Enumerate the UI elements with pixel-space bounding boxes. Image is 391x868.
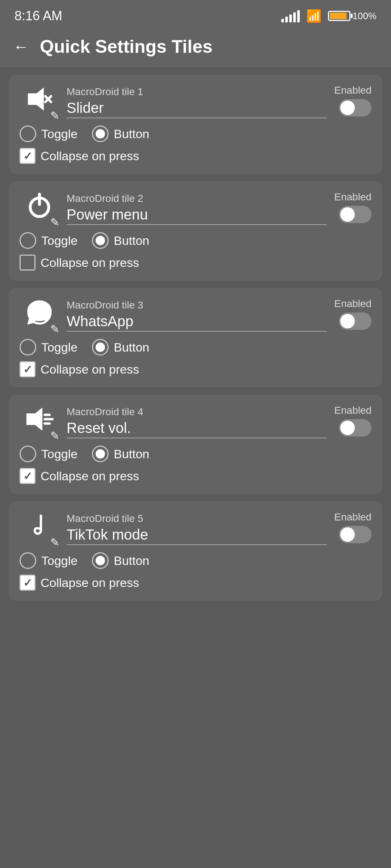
tile-enabled-4: Enabled	[334, 405, 371, 437]
edit-icon-3[interactable]: ✎	[50, 323, 59, 335]
button-radio-outer-4	[92, 446, 109, 462]
button-radio-inner-5	[96, 556, 105, 565]
tile-top-2: ✎ MacroDroid tile 2 Enabled	[20, 191, 371, 225]
toggle-radio-4[interactable]: Toggle	[20, 446, 77, 462]
tile-options-2: Toggle Button Collapse on press	[20, 232, 371, 271]
tile-label-5: MacroDroid tile 5	[67, 513, 327, 524]
toggle-radio-outer-4	[20, 446, 36, 462]
type-options-row-1: Toggle Button	[20, 125, 371, 142]
tile-options-1: Toggle Button ✓ Collapse on press	[20, 125, 371, 164]
tile-card-2: ✎ MacroDroid tile 2 Enabled Toggle	[9, 181, 382, 281]
button-radio-label-4: Button	[114, 447, 149, 461]
collapse-checkbox-4[interactable]: ✓ Collapse on press	[20, 468, 371, 484]
enabled-toggle-1[interactable]	[339, 99, 371, 116]
tile-icon-3	[25, 298, 54, 332]
tile-name-input-2[interactable]	[67, 207, 327, 225]
tile-icon-area-3: ✎	[20, 298, 59, 332]
collapse-checkbox-1[interactable]: ✓ Collapse on press	[20, 148, 371, 164]
tile-info-2: MacroDroid tile 2	[67, 191, 327, 225]
button-radio-inner-1	[96, 129, 105, 139]
enabled-label-3: Enabled	[334, 298, 371, 310]
signal-icon	[281, 9, 300, 22]
tile-name-input-5[interactable]	[67, 527, 327, 545]
edit-icon-2[interactable]: ✎	[50, 216, 59, 229]
battery-percent: 100%	[353, 10, 377, 22]
toggle-radio-3[interactable]: Toggle	[20, 339, 77, 356]
back-button[interactable]: ←	[13, 38, 29, 56]
edit-icon-5[interactable]: ✎	[50, 536, 59, 549]
tile-options-4: Toggle Button ✓ Collapse on press	[20, 446, 371, 484]
button-radio-2[interactable]: Button	[92, 232, 149, 249]
edit-icon-1[interactable]: ✎	[50, 109, 59, 122]
checkmark-icon-3: ✓	[23, 363, 32, 376]
button-radio-3[interactable]: Button	[92, 339, 149, 356]
enabled-label-1: Enabled	[334, 85, 371, 96]
enabled-toggle-2[interactable]	[339, 206, 371, 223]
enabled-label-2: Enabled	[334, 191, 371, 203]
svg-marker-0	[28, 88, 44, 111]
page-title: Quick Settings Tiles	[40, 36, 213, 57]
tile-top-3: ✎ MacroDroid tile 3 Enabled	[20, 298, 371, 332]
collapse-label-5: Collapse on press	[41, 576, 139, 590]
tile-label-4: MacroDroid tile 4	[67, 406, 327, 418]
tile-icon-5	[25, 511, 54, 545]
button-radio-1[interactable]: Button	[92, 125, 149, 142]
enabled-toggle-4[interactable]	[339, 419, 371, 437]
toggle-radio-5[interactable]: Toggle	[20, 552, 77, 569]
toggle-radio-label-3: Toggle	[41, 340, 77, 354]
checkmark-icon-5: ✓	[23, 576, 32, 589]
enabled-toggle-5[interactable]	[339, 526, 371, 543]
enabled-toggle-3[interactable]	[339, 312, 371, 330]
tile-name-input-1[interactable]	[67, 100, 327, 118]
tile-top-5: ✎ MacroDroid tile 5 Enabled	[20, 511, 371, 545]
battery-indicator: 100%	[328, 10, 377, 22]
toggle-radio-1[interactable]: Toggle	[20, 125, 77, 142]
tile-info-3: MacroDroid tile 3	[67, 298, 327, 332]
wifi-icon: 📶	[306, 9, 321, 23]
tile-enabled-3: Enabled	[334, 298, 371, 330]
collapse-label-1: Collapse on press	[41, 149, 139, 163]
tile-card-3: ✎ MacroDroid tile 3 Enabled Toggle	[9, 288, 382, 387]
toggle-radio-label-1: Toggle	[41, 127, 77, 141]
top-bar: ← Quick Settings Tiles	[0, 29, 391, 67]
button-radio-label-1: Button	[114, 127, 149, 141]
button-radio-4[interactable]: Button	[92, 446, 149, 462]
button-radio-inner-2	[96, 236, 105, 245]
collapse-checkbox-2[interactable]: Collapse on press	[20, 255, 371, 271]
collapse-label-3: Collapse on press	[41, 362, 139, 376]
tile-icon-area-5: ✎	[20, 511, 59, 545]
tile-label-2: MacroDroid tile 2	[67, 193, 327, 204]
button-radio-label-3: Button	[114, 340, 149, 354]
button-radio-inner-4	[96, 449, 105, 459]
tile-info-5: MacroDroid tile 5	[67, 511, 327, 545]
tile-card-1: ✎ MacroDroid tile 1 Enabled Toggle	[9, 75, 382, 174]
tile-label-3: MacroDroid tile 3	[67, 299, 327, 311]
edit-icon-4[interactable]: ✎	[50, 429, 59, 442]
tiles-list: ✎ MacroDroid tile 1 Enabled Toggle	[0, 67, 391, 608]
tile-card-5: ✎ MacroDroid tile 5 Enabled Toggle	[9, 501, 382, 601]
toggle-radio-outer-1	[20, 125, 36, 142]
collapse-checkbox-box-4: ✓	[20, 468, 35, 484]
collapse-checkbox-box-2	[20, 255, 35, 271]
checkmark-icon-4: ✓	[23, 470, 32, 482]
tile-options-5: Toggle Button ✓ Collapse on press	[20, 552, 371, 591]
tile-name-input-3[interactable]	[67, 313, 327, 332]
tile-enabled-2: Enabled	[334, 191, 371, 223]
tile-icon-2	[25, 191, 54, 225]
tile-icon-4	[25, 405, 54, 438]
toggle-radio-2[interactable]: Toggle	[20, 232, 77, 249]
collapse-checkbox-5[interactable]: ✓ Collapse on press	[20, 575, 371, 591]
tile-name-input-4[interactable]	[67, 420, 327, 438]
tile-info-1: MacroDroid tile 1	[67, 85, 327, 118]
tile-icon-area-2: ✎	[20, 191, 59, 225]
toggle-radio-label-5: Toggle	[41, 554, 77, 568]
button-radio-5[interactable]: Button	[92, 552, 149, 569]
tile-info-4: MacroDroid tile 4	[67, 405, 327, 438]
status-time: 8:16 AM	[14, 8, 62, 24]
enabled-label-5: Enabled	[334, 511, 371, 523]
tile-top-1: ✎ MacroDroid tile 1 Enabled	[20, 85, 371, 118]
tile-top-4: ✎ MacroDroid tile 4 Enabled	[20, 405, 371, 438]
collapse-checkbox-3[interactable]: ✓ Collapse on press	[20, 361, 371, 377]
tile-label-1: MacroDroid tile 1	[67, 86, 327, 98]
tile-card-4: ✎ MacroDroid tile 4 Enabled Toggle	[9, 395, 382, 494]
